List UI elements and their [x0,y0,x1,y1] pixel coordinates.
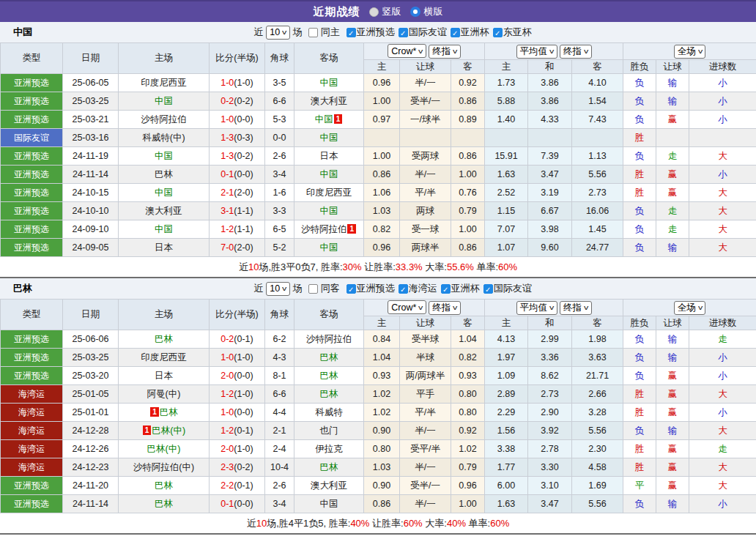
matches-table: 类型 日期 主场 比分(半场) 角球 客场 Crow*v 终指v 平均值v 终指… [0,299,756,513]
avg-group-header: 平均值v 终指v [485,300,623,316]
same-venue-checkbox[interactable] [308,28,318,37]
corner-cell: 2-6 [265,147,294,166]
page: 近期战绩 竖版 横版 中国 近 10v 场 同主 ✓亚洲预选✓国际友谊✓亚洲杯✓… [0,0,756,535]
competition-badge: 亚洲预选 [1,239,63,257]
red-card-badge: 1 [334,114,343,124]
avg-draw-cell: 3.19 [528,184,572,202]
league-checkbox-checked[interactable]: ✓ [346,284,356,294]
avg-draw-cell: 3.10 [528,477,572,495]
odds-time-select[interactable]: 终指v [429,45,461,59]
league-filter[interactable]: ✓亚洲预选 [346,26,395,39]
col-result-goals: 进球数 [689,60,756,74]
fulltime-score: 1-0 [220,407,234,417]
handicap-cell: 两/两球半 [400,367,451,385]
league-filter[interactable]: ✓国际友谊 [399,26,447,39]
league-filter[interactable]: ✓亚洲杯 [441,282,480,295]
team-label: 科威特(中) [142,133,185,143]
odds-home-cell: 0.90 [364,422,400,440]
league-checkbox-checked[interactable]: ✓ [483,284,493,294]
avg-time-select[interactable]: 终指v [560,301,592,315]
league-filter[interactable]: ✓国际友谊 [483,282,532,295]
avg-draw-cell: 9.60 [528,239,572,257]
corner-cell: 6-6 [265,92,294,111]
competition-badge: 亚洲预选 [1,184,63,202]
league-checkbox-checked[interactable]: ✓ [399,28,408,37]
col-avg-draw: 和 [528,60,572,74]
same-venue-checkbox[interactable] [308,284,318,294]
team-label: 巴林 [155,169,173,179]
avg-draw-cell: 3.30 [528,458,572,477]
league-filter[interactable]: ✓亚洲杯 [451,26,489,39]
corner-cell: 4-4 [265,404,294,422]
avg-home-cell: 1.40 [485,111,528,129]
page-title: 近期战绩 [314,5,360,19]
result-wl-cell: 负 [623,202,656,220]
avg-draw-cell: 7.39 [528,147,572,166]
avg-source-select[interactable]: 平均值v [516,45,557,59]
summary-text: 近 [239,261,248,274]
league-filter[interactable]: ✓海湾运 [399,282,437,295]
result-handicap-cell: 输 [656,74,689,92]
odds-source-select[interactable]: Crow*v [388,300,426,314]
filter-games-label: 场 [293,282,303,295]
summary-stat-value: 10 [256,518,267,529]
league-filter[interactable]: ✓东亚杯 [493,26,532,39]
avg-away-cell: 2.73 [572,184,623,202]
home-team-cell: 科威特(中) [119,129,210,147]
score-cell: 0-2(0-1) [210,330,265,349]
halftime-score: (2-0) [234,187,253,198]
result-wl-cell: 负 [623,367,656,385]
avg-source-select[interactable]: 平均值v [516,301,557,315]
avg-home-cell: 1.15 [485,202,528,220]
away-team-cell: 科威特 [294,404,364,422]
handicap-cell: 半/一 [400,422,451,440]
result-goals-cell: 小 [689,495,756,513]
team-label: 巴林 [155,499,173,509]
radio-vertical[interactable]: 竖版 [369,5,401,18]
league-filter[interactable]: ✓亚洲预选 [346,282,395,295]
match-count-select[interactable]: 10v [266,282,289,296]
corner-cell: 2-6 [265,477,294,495]
league-checkbox-checked[interactable]: ✓ [346,28,356,37]
radio-selected-icon[interactable] [410,7,420,17]
date-cell: 24-09-05 [63,239,119,257]
league-checkbox-checked[interactable]: ✓ [493,28,503,37]
team-label: 印度尼西亚 [141,352,187,363]
avg-home-cell: 1.63 [485,495,528,513]
league-checkbox-checked[interactable]: ✓ [399,284,408,294]
avg-time-select[interactable]: 终指v [560,45,592,59]
summary-text: 近 [247,517,256,530]
league-checkbox-checked[interactable]: ✓ [441,284,451,294]
home-team-cell: 1巴林(中) [119,422,210,440]
col-result-handicap: 让球 [656,316,689,330]
team-name: 巴林 [13,282,32,295]
team-name: 中国 [13,26,32,39]
competition-badge: 亚洲预选 [1,495,63,513]
score-cell: 3-1(1-1) [210,202,265,220]
result-goals-cell: 大 [689,147,756,166]
radio-horizontal[interactable]: 横版 [410,5,443,18]
home-team-cell: 中国 [119,184,210,202]
topbar: 近期战绩 竖版 横版 [0,0,756,22]
odds-home-cell: 1.06 [364,184,400,202]
league-label: 亚洲杯 [451,282,480,295]
full-match-select[interactable]: 全场v [674,45,706,59]
full-match-select[interactable]: 全场v [674,301,706,315]
summary-stat-value: 60% [498,261,517,272]
avg-away-cell: 1.69 [572,477,623,495]
match-count-select[interactable]: 10v [266,26,289,40]
result-group-header: 全场v [623,300,756,316]
odds-time-select[interactable]: 终指v [429,301,461,315]
radio-vertical-icon[interactable] [369,7,379,17]
date-cell: 25-03-25 [63,92,119,111]
handicap-cell [400,129,451,147]
away-team-cell: 中国 [294,129,364,147]
filter-near-label: 近 [253,26,263,39]
avg-home-cell: 1.09 [485,367,528,385]
odds-source-select[interactable]: Crow*v [388,44,426,58]
match-row: 海湾运24-12-26巴林(中)2-0(1-0)2-4伊拉克0.80受平/半1.… [1,440,756,458]
competition-badge: 海湾运 [1,458,63,477]
result-handicap-cell [656,129,689,147]
odds-away-cell: 1.02 [451,440,485,458]
league-checkbox-checked[interactable]: ✓ [451,28,460,37]
